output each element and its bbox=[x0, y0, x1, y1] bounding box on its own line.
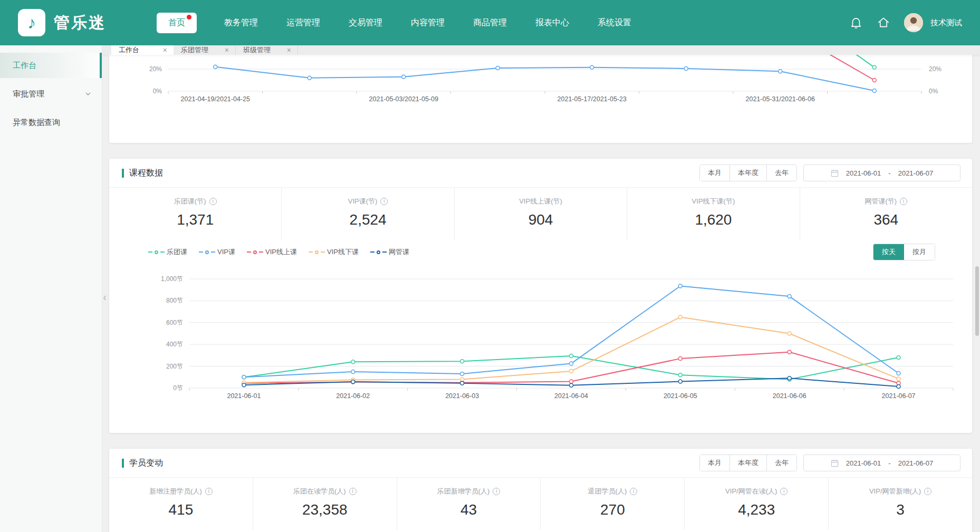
svg-text:2021-05-31/2021-06-06: 2021-05-31/2021-06-06 bbox=[746, 95, 815, 103]
period-year-button[interactable]: 本年度 bbox=[730, 165, 767, 181]
brand: ♪ 管乐迷 bbox=[18, 9, 106, 36]
by-month-button[interactable]: 按月 bbox=[904, 244, 935, 260]
stat-orchestra-lessons: 乐团课(节)i 1,371 bbox=[109, 188, 282, 240]
date-range-picker[interactable]: 2021-06-01 - 2021-06-07 bbox=[803, 165, 960, 181]
info-icon[interactable]: i bbox=[349, 488, 357, 495]
nav-item-content[interactable]: 内容管理 bbox=[410, 13, 446, 33]
stat-value: 43 bbox=[397, 501, 541, 518]
date-start-value[interactable]: 2021-06-01 bbox=[846, 459, 881, 467]
user-name[interactable]: 技术测试 bbox=[930, 18, 962, 28]
stat-value: 1,620 bbox=[627, 211, 799, 228]
period-month-button[interactable]: 本月 bbox=[700, 455, 730, 471]
user-avatar[interactable] bbox=[904, 13, 923, 32]
info-icon[interactable]: i bbox=[630, 488, 637, 495]
sidebar-item-abnormal-data[interactable]: 异常数据查询 bbox=[0, 110, 102, 135]
tab-close-icon[interactable]: × bbox=[225, 46, 229, 54]
tab-orchestra[interactable]: 乐团管理 × bbox=[174, 45, 236, 55]
info-icon[interactable]: i bbox=[380, 198, 388, 205]
chevron-down-icon bbox=[85, 91, 91, 97]
stat-value: 364 bbox=[800, 211, 972, 228]
svg-text:2021-06-07: 2021-06-07 bbox=[882, 392, 916, 400]
nav-item-home-label: 首页 bbox=[168, 18, 185, 27]
legend-item-vip-online[interactable]: VIP线上课 bbox=[247, 247, 297, 257]
stat-vip-lessons: VIP课(节)i 2,524 bbox=[282, 188, 454, 240]
stat-label: VIP线上课(节) bbox=[519, 197, 562, 206]
home-icon[interactable] bbox=[877, 16, 890, 30]
period-lastyear-button[interactable]: 去年 bbox=[767, 165, 796, 181]
date-end-value[interactable]: 2021-06-07 bbox=[898, 169, 934, 177]
nav-item-academic[interactable]: 教务管理 bbox=[223, 13, 259, 33]
date-range-picker[interactable]: 2021-06-01 - 2021-06-07 bbox=[803, 454, 960, 471]
notification-dot bbox=[187, 15, 191, 20]
info-icon[interactable]: i bbox=[780, 488, 787, 495]
period-month-button[interactable]: 本月 bbox=[700, 165, 730, 181]
course-trend-chart: 0节200节400节600节800节1,000节2021-06-012021-0… bbox=[109, 261, 969, 435]
weekly-rate-card: 20%20%0%0%2021-04-19/2021-04-252021-05-0… bbox=[109, 55, 972, 143]
stat-netmanage-lessons: 网管课(节)i 364 bbox=[800, 188, 972, 240]
stat-value: 270 bbox=[541, 501, 684, 518]
tab-class[interactable]: 班级管理 × bbox=[236, 45, 298, 55]
legend-item-vip[interactable]: VIP课 bbox=[199, 247, 235, 257]
info-icon[interactable]: i bbox=[493, 488, 500, 495]
legend-label: VIP线上课 bbox=[265, 247, 297, 257]
svg-text:2021-06-01: 2021-06-01 bbox=[227, 392, 261, 400]
tab-class-label: 班级管理 bbox=[243, 45, 271, 55]
stat-orchestra-enrolled: 乐团在读学员(人)i 23,358 bbox=[253, 478, 397, 530]
period-lastyear-button[interactable]: 去年 bbox=[767, 455, 796, 471]
tab-workbench[interactable]: 工作台 × bbox=[111, 45, 174, 55]
legend-label: VIP课 bbox=[217, 247, 235, 257]
legend-item-netmanage[interactable]: 网管课 bbox=[370, 247, 409, 257]
tab-orchestra-label: 乐团管理 bbox=[181, 45, 208, 55]
tab-close-icon[interactable]: × bbox=[163, 46, 167, 54]
legend-label: VIP线下课 bbox=[327, 247, 359, 257]
stat-vip-online-lessons: VIP线上课(节) 904 bbox=[455, 188, 627, 240]
stat-quit: 退团学员(人)i 270 bbox=[541, 478, 685, 530]
sidebar-item-workbench[interactable]: 工作台 bbox=[0, 53, 102, 78]
svg-text:0节: 0节 bbox=[173, 384, 183, 392]
stat-value: 3 bbox=[829, 501, 972, 518]
info-icon[interactable]: i bbox=[209, 198, 217, 205]
svg-text:600节: 600节 bbox=[166, 319, 183, 326]
date-start-value[interactable]: 2021-06-01 bbox=[846, 169, 881, 177]
nav-item-home[interactable]: 首页 bbox=[157, 13, 197, 33]
tabbar: 工作台 × 乐团管理 × 班级管理 × bbox=[102, 45, 980, 55]
info-icon[interactable]: i bbox=[205, 488, 213, 495]
course-stats-row: 乐团课(节)i 1,371 VIP课(节)i 2,524 VIP线上课(节) 9… bbox=[109, 188, 972, 240]
section-title-students: 学员变动 bbox=[122, 458, 163, 469]
bell-icon[interactable] bbox=[849, 16, 863, 30]
student-change-card: 学员变动 本月 本年度 去年 2021-06-01 - 2021-06-07 bbox=[109, 449, 972, 532]
legend-label: 网管课 bbox=[389, 247, 409, 257]
main-menu: 首页 教务管理 运营管理 交易管理 内容管理 商品管理 报表中心 系统设置 bbox=[157, 13, 849, 33]
svg-text:0%: 0% bbox=[929, 88, 938, 95]
stat-label: 乐团新增学员(人) bbox=[437, 487, 490, 496]
sidebar-item-approval[interactable]: 审批管理 bbox=[0, 81, 102, 107]
svg-text:400节: 400节 bbox=[166, 341, 183, 348]
legend-item-vip-offline[interactable]: VIP线下课 bbox=[309, 247, 359, 257]
weekly-rate-chart: 20%20%0%0%2021-04-19/2021-04-252021-05-0… bbox=[109, 55, 969, 143]
svg-text:2021-05-03/2021-05-09: 2021-05-03/2021-05-09 bbox=[369, 95, 438, 103]
by-day-button[interactable]: 按天 bbox=[873, 244, 904, 260]
info-icon[interactable]: i bbox=[900, 198, 907, 205]
main-content: 工作台 × 乐团管理 × 班级管理 × 20%20%0%0%2021-04-19… bbox=[102, 45, 980, 532]
sidebar-collapse-icon[interactable]: ‹ bbox=[103, 291, 107, 303]
svg-text:800节: 800节 bbox=[166, 297, 183, 304]
tab-workbench-label: 工作台 bbox=[119, 45, 139, 55]
nav-item-operation[interactable]: 运营管理 bbox=[285, 13, 321, 33]
nav-item-report[interactable]: 报表中心 bbox=[534, 13, 570, 33]
nav-item-settings[interactable]: 系统设置 bbox=[597, 13, 632, 33]
stat-value: 415 bbox=[109, 501, 253, 518]
title-accent-bar bbox=[122, 169, 124, 178]
page-scrollbar-thumb[interactable] bbox=[975, 266, 979, 336]
stat-label: VIP课(节) bbox=[348, 197, 378, 206]
info-icon[interactable]: i bbox=[924, 488, 931, 495]
date-end-value[interactable]: 2021-06-07 bbox=[898, 459, 934, 467]
period-year-button[interactable]: 本年度 bbox=[730, 455, 767, 471]
svg-text:2021-06-06: 2021-06-06 bbox=[773, 392, 806, 400]
tab-close-icon[interactable]: × bbox=[287, 46, 291, 54]
nav-item-goods[interactable]: 商品管理 bbox=[472, 13, 508, 33]
stat-vip-offline-lessons: VIP线下课(节) 1,620 bbox=[627, 188, 800, 240]
legend-item-orchestra[interactable]: 乐团课 bbox=[148, 247, 187, 257]
course-controls: 本月 本年度 去年 2021-06-01 - 2021-06-07 bbox=[699, 165, 960, 181]
calendar-icon bbox=[831, 459, 839, 467]
nav-item-trade[interactable]: 交易管理 bbox=[348, 13, 383, 33]
